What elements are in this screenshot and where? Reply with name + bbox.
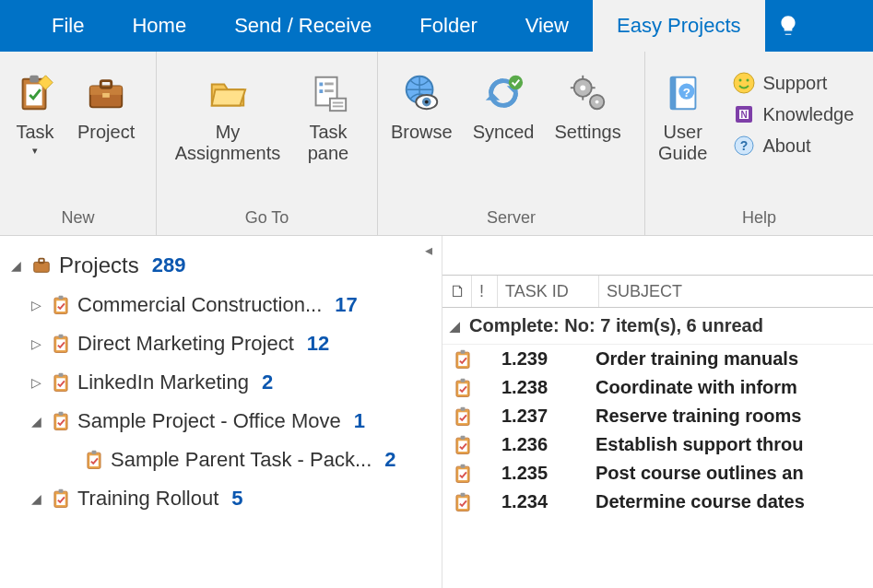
expander-icon[interactable]: ◢ <box>28 414 44 429</box>
task-group-header[interactable]: ◢ Complete: No: 7 item(s), 6 unread <box>442 308 873 345</box>
svg-point-37 <box>747 79 749 82</box>
settings-button[interactable]: Settings <box>549 63 626 147</box>
svg-rect-49 <box>56 339 65 350</box>
tab-send-receive[interactable]: Send / Receive <box>210 0 395 52</box>
chevron-down-icon: ▾ <box>32 145 38 157</box>
tree-item-count: 2 <box>384 448 395 472</box>
clipboard-check-icon <box>450 435 476 455</box>
support-link[interactable]: Support <box>733 72 854 94</box>
ribbon-group-new: Task ▾ Project New <box>0 52 157 235</box>
main-split: ◂ ◢ Projects 289 ▷Commercial Constructio… <box>0 236 873 588</box>
globe-eye-icon <box>400 72 442 114</box>
about-link[interactable]: ? About <box>733 135 854 157</box>
task-row[interactable]: 1.239Order training manuals <box>442 345 873 373</box>
svg-marker-21 <box>486 93 500 100</box>
svg-rect-50 <box>59 335 64 338</box>
folder-open-icon <box>206 72 249 114</box>
ribbon: Task ▾ Project New <box>0 52 873 236</box>
expander-icon[interactable]: ▷ <box>28 298 44 312</box>
clipboard-task-icon <box>14 72 56 114</box>
svg-rect-7 <box>102 93 110 98</box>
tree-item[interactable]: Sample Parent Task - Pack...2 <box>7 441 442 479</box>
clipboard-check-icon <box>52 372 70 393</box>
expander-icon[interactable]: ▷ <box>28 375 44 390</box>
svg-text:?: ? <box>740 138 749 153</box>
project-button-label: Project <box>77 122 135 143</box>
collapse-pane-icon[interactable]: ◂ <box>425 241 432 259</box>
col-subject[interactable]: SUBJECT <box>599 276 873 307</box>
task-id: 1.237 <box>476 406 596 427</box>
svg-rect-77 <box>461 464 466 467</box>
clipboard-check-icon <box>450 492 476 512</box>
tree-item[interactable]: ▷Direct Marketing Project12 <box>7 324 442 363</box>
synced-label: Synced <box>473 122 535 143</box>
project-button[interactable]: Project <box>72 63 140 147</box>
svg-rect-32 <box>670 77 676 110</box>
briefcase-small-icon <box>31 255 52 276</box>
synced-button[interactable]: Synced <box>467 63 540 147</box>
tree-root-projects[interactable]: ◢ Projects 289 <box>7 245 442 286</box>
tab-file[interactable]: File <box>28 0 108 52</box>
svg-rect-79 <box>458 498 466 509</box>
task-button[interactable]: Task ▾ <box>7 63 63 160</box>
task-row[interactable]: 1.236Establish support throu <box>442 430 873 459</box>
tree-item-count: 12 <box>307 332 329 356</box>
clipboard-check-icon <box>450 349 476 370</box>
tell-me-bulb[interactable] <box>765 0 811 52</box>
smiley-icon <box>733 72 755 94</box>
svg-rect-6 <box>100 81 112 88</box>
tree-item[interactable]: ◢Sample Project - Office Move1 <box>7 402 442 441</box>
task-row[interactable]: 1.238Coordinate with inform <box>442 373 873 402</box>
clipboard-check-icon <box>52 488 70 509</box>
col-task-id[interactable]: TASK ID <box>498 276 599 307</box>
task-row[interactable]: 1.235Post course outlines an <box>442 459 873 488</box>
tab-folder[interactable]: Folder <box>395 0 501 52</box>
svg-text:N: N <box>741 110 748 120</box>
tab-view[interactable]: View <box>501 0 593 52</box>
task-subject: Order training manuals <box>596 348 873 370</box>
svg-rect-47 <box>59 296 64 300</box>
ribbon-group-help-label: Help <box>653 203 866 235</box>
user-guide-label: User Guide <box>658 122 707 164</box>
svg-rect-2 <box>29 76 39 83</box>
tab-home[interactable]: Home <box>108 0 210 52</box>
support-label: Support <box>762 73 827 94</box>
my-assignments-button[interactable]: My Assignments <box>164 63 291 168</box>
browse-label: Browse <box>391 122 453 143</box>
tree-item[interactable]: ▷Commercial Construction...17 <box>7 286 442 324</box>
tab-easy-projects[interactable]: Easy Projects <box>593 0 765 52</box>
task-row[interactable]: 1.234Determine course dates <box>442 488 873 516</box>
knowledge-link[interactable]: N Knowledge <box>733 103 854 125</box>
clipboard-check-icon <box>85 450 103 470</box>
tree-item-count: 2 <box>262 370 273 394</box>
tree-item[interactable]: ▷LinkedIn Marketing2 <box>7 363 442 402</box>
browse-button[interactable]: Browse <box>385 63 458 147</box>
clipboard-check-icon <box>450 406 476 427</box>
expander-icon[interactable]: ◢ <box>28 491 44 506</box>
expander-icon[interactable]: ◢ <box>450 319 460 334</box>
ribbon-group-goto-label: Go To <box>164 203 370 235</box>
tree-item[interactable]: ◢Training Rollout5 <box>7 479 442 518</box>
svg-point-24 <box>580 85 585 90</box>
svg-rect-9 <box>319 83 323 87</box>
svg-rect-70 <box>458 412 466 423</box>
svg-point-22 <box>509 76 523 89</box>
task-pane-button[interactable]: Task pane <box>301 63 356 168</box>
svg-rect-58 <box>89 455 98 466</box>
svg-rect-14 <box>333 102 344 104</box>
svg-rect-71 <box>461 406 466 410</box>
task-id: 1.239 <box>476 348 596 370</box>
col-importance[interactable]: ! <box>472 276 498 307</box>
user-guide-button[interactable]: ? User Guide <box>653 63 713 168</box>
task-id: 1.238 <box>476 377 596 398</box>
task-subject: Reserve training rooms <box>596 406 873 427</box>
col-type-icon[interactable]: 🗋 <box>442 276 472 307</box>
expander-icon[interactable]: ◢ <box>7 258 24 273</box>
menu-bar: File Home Send / Receive Folder View Eas… <box>0 0 873 52</box>
about-label: About <box>762 135 810 157</box>
task-id: 1.235 <box>476 463 596 484</box>
svg-rect-53 <box>59 373 64 377</box>
task-subject: Determine course dates <box>596 491 873 512</box>
expander-icon[interactable]: ▷ <box>28 336 44 351</box>
task-row[interactable]: 1.237Reserve training rooms <box>442 402 873 430</box>
